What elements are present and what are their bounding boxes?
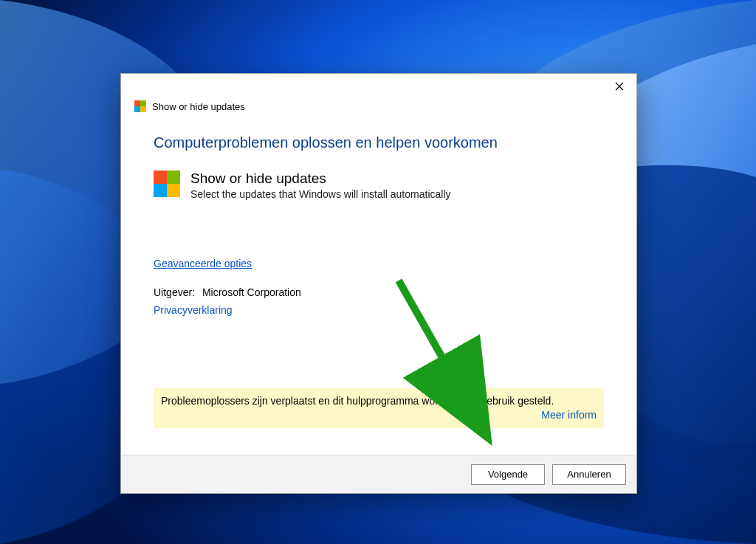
section-title: Show or hide updates <box>190 171 451 187</box>
notice-more-link[interactable]: Meer inform <box>541 408 597 422</box>
publisher-value: Microsoft Corporation <box>202 286 301 298</box>
advanced-options-link[interactable]: Geavanceerde opties <box>154 258 252 269</box>
microsoft-logo-icon <box>154 171 180 197</box>
deprecation-notice: Probleemoplossers zijn verplaatst en dit… <box>154 388 604 428</box>
troubleshooter-dialog: Show or hide updates Computerproblemen o… <box>120 73 637 494</box>
privacy-link[interactable]: Privacyverklaring <box>154 304 233 316</box>
section: Show or hide updates Select the updates … <box>154 171 604 200</box>
titlebar <box>121 74 636 99</box>
close-button[interactable] <box>607 77 632 96</box>
publisher-label: Uitgever: <box>154 286 195 298</box>
header-row: Show or hide updates <box>121 99 636 121</box>
notice-text: Probleemoplossers zijn verplaatst en dit… <box>161 395 554 407</box>
content-area: Computerproblemen oplossen en helpen voo… <box>121 121 636 428</box>
close-icon <box>615 82 624 91</box>
publisher: Uitgever: Microsoft Corporation <box>154 286 604 298</box>
cancel-button[interactable]: Annuleren <box>552 464 626 485</box>
section-subtitle: Select the updates that Windows will ins… <box>190 188 451 200</box>
footer: Volgende Annuleren <box>121 455 636 493</box>
microsoft-logo-icon <box>134 100 146 112</box>
next-button[interactable]: Volgende <box>471 464 545 485</box>
headline: Computerproblemen oplossen en helpen voo… <box>154 134 604 151</box>
window-title: Show or hide updates <box>152 101 245 112</box>
